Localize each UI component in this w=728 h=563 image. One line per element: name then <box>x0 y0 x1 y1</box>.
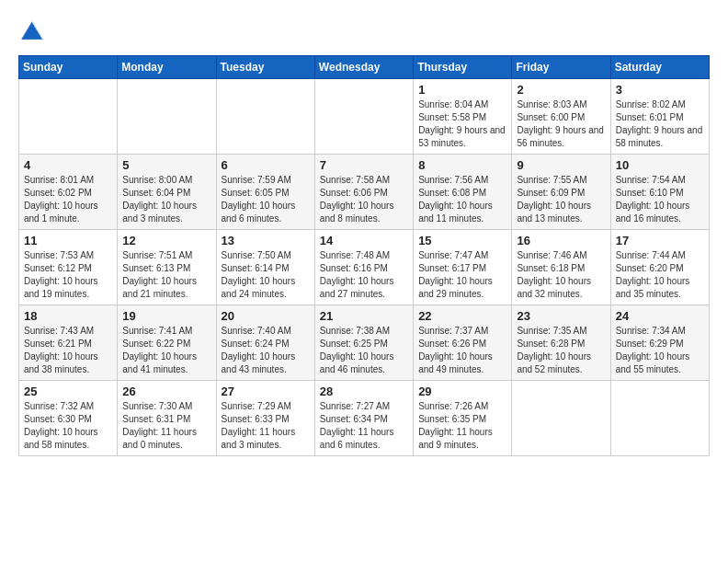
day-number: 18 <box>24 309 112 323</box>
day-info: Sunrise: 7:44 AMSunset: 6:20 PMDaylight:… <box>616 249 704 301</box>
day-info: Sunrise: 8:03 AMSunset: 6:00 PMDaylight:… <box>517 98 605 150</box>
day-number: 14 <box>320 234 408 247</box>
calendar-week-row: 1 Sunrise: 8:04 AMSunset: 5:58 PMDayligh… <box>19 79 710 155</box>
calendar-cell: 29 Sunrise: 7:26 AMSunset: 6:35 PMDaylig… <box>414 381 512 456</box>
calendar-cell: 22 Sunrise: 7:37 AMSunset: 6:26 PMDaylig… <box>414 305 512 381</box>
day-number: 9 <box>517 158 605 172</box>
day-info: Sunrise: 7:29 AMSunset: 6:33 PMDaylight:… <box>222 400 310 452</box>
day-info: Sunrise: 8:00 AMSunset: 6:04 PMDaylight:… <box>122 174 210 225</box>
day-number: 16 <box>517 234 605 247</box>
calendar-cell: 26 Sunrise: 7:30 AMSunset: 6:31 PMDaylig… <box>118 381 216 456</box>
day-info: Sunrise: 7:41 AMSunset: 6:22 PMDaylight:… <box>122 325 210 376</box>
day-info: Sunrise: 7:40 AMSunset: 6:24 PMDaylight:… <box>222 325 310 376</box>
day-info: Sunrise: 7:55 AMSunset: 6:09 PMDaylight:… <box>517 174 605 225</box>
calendar-cell <box>19 79 118 155</box>
day-info: Sunrise: 7:43 AMSunset: 6:21 PMDaylight:… <box>24 325 112 376</box>
day-info: Sunrise: 7:47 AMSunset: 6:17 PMDaylight:… <box>418 249 506 301</box>
day-number: 20 <box>222 309 310 323</box>
calendar-cell <box>610 381 709 456</box>
day-number: 11 <box>24 234 112 247</box>
calendar-cell: 6 Sunrise: 7:59 AMSunset: 6:05 PMDayligh… <box>216 155 314 230</box>
day-info: Sunrise: 7:35 AMSunset: 6:28 PMDaylight:… <box>517 325 605 376</box>
day-number: 24 <box>616 309 704 323</box>
day-header-wednesday: Wednesday <box>314 56 413 79</box>
day-number: 10 <box>616 158 704 172</box>
day-number: 25 <box>24 385 112 398</box>
calendar-cell: 12 Sunrise: 7:51 AMSunset: 6:13 PMDaylig… <box>118 230 216 305</box>
calendar-cell: 15 Sunrise: 7:47 AMSunset: 6:17 PMDaylig… <box>414 230 512 305</box>
day-number: 2 <box>517 83 605 97</box>
calendar-cell <box>314 79 413 155</box>
day-number: 21 <box>320 309 408 323</box>
calendar-week-row: 25 Sunrise: 7:32 AMSunset: 6:30 PMDaylig… <box>19 381 710 456</box>
day-info: Sunrise: 7:53 AMSunset: 6:12 PMDaylight:… <box>24 249 112 301</box>
calendar-week-row: 18 Sunrise: 7:43 AMSunset: 6:21 PMDaylig… <box>19 305 710 381</box>
day-info: Sunrise: 7:59 AMSunset: 6:05 PMDaylight:… <box>222 174 310 225</box>
day-info: Sunrise: 7:37 AMSunset: 6:26 PMDaylight:… <box>418 325 506 376</box>
page-header <box>18 18 710 46</box>
calendar-cell: 9 Sunrise: 7:55 AMSunset: 6:09 PMDayligh… <box>512 155 610 230</box>
day-header-monday: Monday <box>118 56 216 79</box>
day-info: Sunrise: 7:56 AMSunset: 6:08 PMDaylight:… <box>418 174 506 225</box>
calendar-cell: 18 Sunrise: 7:43 AMSunset: 6:21 PMDaylig… <box>19 305 118 381</box>
day-number: 15 <box>418 234 506 247</box>
logo-icon <box>18 18 46 46</box>
calendar-table: SundayMondayTuesdayWednesdayThursdayFrid… <box>18 55 710 456</box>
calendar-header-row: SundayMondayTuesdayWednesdayThursdayFrid… <box>19 56 710 79</box>
day-number: 13 <box>222 234 310 247</box>
day-number: 26 <box>122 385 210 398</box>
day-info: Sunrise: 7:46 AMSunset: 6:18 PMDaylight:… <box>517 249 605 301</box>
day-number: 23 <box>517 309 605 323</box>
day-header-thursday: Thursday <box>414 56 512 79</box>
day-info: Sunrise: 8:02 AMSunset: 6:01 PMDaylight:… <box>616 98 704 150</box>
day-number: 1 <box>418 83 506 97</box>
day-info: Sunrise: 7:48 AMSunset: 6:16 PMDaylight:… <box>320 249 408 301</box>
calendar-cell: 24 Sunrise: 7:34 AMSunset: 6:29 PMDaylig… <box>610 305 709 381</box>
day-number: 8 <box>418 158 506 172</box>
day-info: Sunrise: 7:51 AMSunset: 6:13 PMDaylight:… <box>122 249 210 301</box>
day-info: Sunrise: 7:50 AMSunset: 6:14 PMDaylight:… <box>222 249 310 301</box>
calendar-cell: 2 Sunrise: 8:03 AMSunset: 6:00 PMDayligh… <box>512 79 610 155</box>
day-info: Sunrise: 8:01 AMSunset: 6:02 PMDaylight:… <box>24 174 112 225</box>
calendar-cell: 21 Sunrise: 7:38 AMSunset: 6:25 PMDaylig… <box>314 305 413 381</box>
day-header-tuesday: Tuesday <box>216 56 314 79</box>
day-info: Sunrise: 7:34 AMSunset: 6:29 PMDaylight:… <box>616 325 704 376</box>
calendar-cell: 3 Sunrise: 8:02 AMSunset: 6:01 PMDayligh… <box>610 79 709 155</box>
day-number: 12 <box>122 234 210 247</box>
calendar-cell: 28 Sunrise: 7:27 AMSunset: 6:34 PMDaylig… <box>314 381 413 456</box>
day-info: Sunrise: 7:54 AMSunset: 6:10 PMDaylight:… <box>616 174 704 225</box>
day-number: 28 <box>320 385 408 398</box>
calendar-cell: 8 Sunrise: 7:56 AMSunset: 6:08 PMDayligh… <box>414 155 512 230</box>
day-number: 3 <box>616 83 704 97</box>
day-number: 7 <box>320 158 408 172</box>
calendar-cell: 16 Sunrise: 7:46 AMSunset: 6:18 PMDaylig… <box>512 230 610 305</box>
calendar-week-row: 4 Sunrise: 8:01 AMSunset: 6:02 PMDayligh… <box>19 155 710 230</box>
calendar-cell: 11 Sunrise: 7:53 AMSunset: 6:12 PMDaylig… <box>19 230 118 305</box>
day-number: 22 <box>418 309 506 323</box>
day-number: 5 <box>122 158 210 172</box>
calendar-cell <box>512 381 610 456</box>
svg-marker-0 <box>22 22 43 40</box>
day-info: Sunrise: 7:26 AMSunset: 6:35 PMDaylight:… <box>418 400 506 452</box>
calendar-week-row: 11 Sunrise: 7:53 AMSunset: 6:12 PMDaylig… <box>19 230 710 305</box>
day-info: Sunrise: 7:58 AMSunset: 6:06 PMDaylight:… <box>320 174 408 225</box>
day-number: 6 <box>222 158 310 172</box>
day-header-saturday: Saturday <box>610 56 709 79</box>
calendar-cell: 14 Sunrise: 7:48 AMSunset: 6:16 PMDaylig… <box>314 230 413 305</box>
day-header-sunday: Sunday <box>19 56 118 79</box>
calendar-cell: 17 Sunrise: 7:44 AMSunset: 6:20 PMDaylig… <box>610 230 709 305</box>
day-info: Sunrise: 7:27 AMSunset: 6:34 PMDaylight:… <box>320 400 408 452</box>
calendar-cell: 10 Sunrise: 7:54 AMSunset: 6:10 PMDaylig… <box>610 155 709 230</box>
calendar-cell: 19 Sunrise: 7:41 AMSunset: 6:22 PMDaylig… <box>118 305 216 381</box>
day-header-friday: Friday <box>512 56 610 79</box>
calendar-cell: 20 Sunrise: 7:40 AMSunset: 6:24 PMDaylig… <box>216 305 314 381</box>
calendar-cell: 25 Sunrise: 7:32 AMSunset: 6:30 PMDaylig… <box>19 381 118 456</box>
day-number: 17 <box>616 234 704 247</box>
calendar-cell: 1 Sunrise: 8:04 AMSunset: 5:58 PMDayligh… <box>414 79 512 155</box>
calendar-cell <box>118 79 216 155</box>
calendar-cell <box>216 79 314 155</box>
calendar-cell: 4 Sunrise: 8:01 AMSunset: 6:02 PMDayligh… <box>19 155 118 230</box>
day-info: Sunrise: 8:04 AMSunset: 5:58 PMDaylight:… <box>418 98 506 150</box>
calendar-cell: 7 Sunrise: 7:58 AMSunset: 6:06 PMDayligh… <box>314 155 413 230</box>
calendar-cell: 27 Sunrise: 7:29 AMSunset: 6:33 PMDaylig… <box>216 381 314 456</box>
